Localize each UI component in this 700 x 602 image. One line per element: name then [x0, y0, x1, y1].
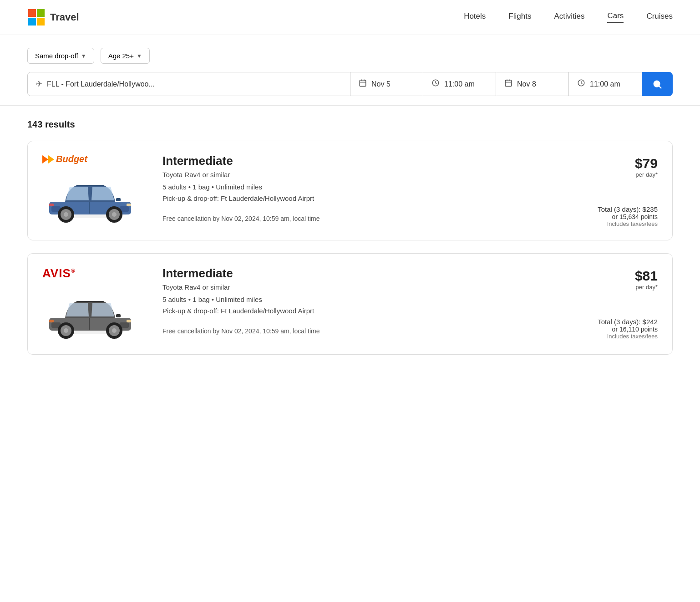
car-features-budget: 5 adults • 1 bag • Unlimited miles — [162, 183, 556, 191]
svg-rect-31 — [127, 204, 131, 206]
dropoff-time-value: 11:00 am — [590, 80, 620, 88]
car-type-budget: Intermediate — [162, 154, 556, 168]
age-label: Age 25+ — [108, 52, 134, 60]
svg-rect-1 — [37, 9, 45, 17]
logo-icon — [27, 8, 46, 26]
svg-rect-46 — [127, 320, 131, 322]
dropoff-arrow-icon: ▼ — [81, 53, 86, 59]
free-cancel-avis: Free cancellation by Nov 02, 2024, 10:59… — [162, 327, 556, 335]
results-section: 143 results Budget — [0, 115, 700, 386]
logo-text: Travel — [50, 11, 79, 23]
svg-marker-16 — [42, 155, 48, 163]
svg-rect-3 — [37, 18, 45, 26]
svg-rect-9 — [505, 80, 512, 87]
car-image-avis — [42, 287, 138, 342]
car-card-avis[interactable]: AVIS® — [27, 253, 673, 355]
svg-point-14 — [654, 81, 660, 87]
search-section: Same drop-off ▼ Age 25+ ▼ ✈ FLL - Fort L… — [0, 35, 700, 105]
car-location-budget: Pick-up & drop-off: Ft Lauderdale/Hollyw… — [162, 194, 556, 202]
calendar-pickup-icon — [359, 79, 367, 89]
same-dropoff-label: Same drop-off — [35, 52, 78, 60]
avis-logo: AVIS® — [42, 266, 76, 281]
search-button[interactable] — [642, 72, 673, 96]
card-right-avis: $81 per day* Total (3 days): $242 or 16,… — [567, 266, 658, 340]
car-type-avis: Intermediate — [162, 266, 556, 281]
avis-brand-text: AVIS® — [42, 266, 76, 280]
pickup-date-field[interactable]: Nov 5 — [350, 72, 423, 96]
svg-marker-17 — [48, 155, 54, 163]
svg-line-15 — [659, 86, 661, 88]
nav-cars[interactable]: Cars — [607, 11, 624, 23]
pickup-time-field[interactable]: 11:00 am — [423, 72, 496, 96]
budget-logo: Budget — [42, 154, 87, 164]
budget-flag-icon — [42, 155, 54, 163]
card-middle-avis: Intermediate Toyota Rav4 or similar 5 ad… — [152, 266, 567, 335]
filter-row: Same drop-off ▼ Age 25+ ▼ — [27, 48, 673, 64]
search-icon — [652, 79, 662, 89]
dropoff-time-field[interactable]: 11:00 am — [569, 72, 642, 96]
svg-rect-20 — [76, 185, 104, 186]
clock-pickup-icon — [431, 79, 440, 89]
age-filter-button[interactable]: Age 25+ ▼ — [101, 48, 150, 64]
per-day-avis: per day* — [567, 284, 658, 291]
svg-rect-45 — [116, 314, 121, 317]
car-card-budget[interactable]: Budget — [27, 141, 673, 240]
price-avis: $81 — [567, 268, 658, 284]
svg-point-25 — [64, 212, 68, 217]
svg-rect-47 — [49, 320, 54, 322]
nav-cruises[interactable]: Cruises — [646, 12, 673, 23]
same-dropoff-button[interactable]: Same drop-off ▼ — [27, 48, 94, 64]
main-nav: Hotels Flights Activities Cars Cruises — [464, 11, 673, 23]
car-location-avis: Pick-up & drop-off: Ft Lauderdale/Hollyw… — [162, 307, 556, 315]
plane-icon: ✈ — [36, 79, 42, 89]
budget-brand-text: Budget — [56, 154, 87, 164]
svg-point-40 — [64, 328, 68, 333]
clock-dropoff-icon — [577, 79, 585, 89]
total-section-avis: Total (3 days): $242 or 16,110 points In… — [567, 318, 658, 340]
pickup-date-value: Nov 5 — [371, 80, 391, 88]
points-line-budget: or 15,634 points — [567, 213, 658, 220]
card-right-budget: $79 per day* Total (3 days): $235 or 15,… — [567, 154, 658, 227]
includes-avis: Includes taxes/fees — [567, 333, 658, 340]
total-line-avis: Total (3 days): $242 — [567, 318, 658, 326]
car-image-budget — [42, 171, 138, 225]
age-arrow-icon: ▼ — [137, 53, 142, 59]
includes-budget: Includes taxes/fees — [567, 220, 658, 227]
svg-rect-0 — [28, 9, 36, 17]
nav-activities[interactable]: Activities — [554, 12, 584, 23]
card-middle-budget: Intermediate Toyota Rav4 or similar 5 ad… — [152, 154, 567, 222]
svg-rect-35 — [76, 301, 104, 302]
total-section-budget: Total (3 days): $235 or 15,634 points In… — [567, 205, 658, 227]
car-model-budget: Toyota Rav4 or similar — [162, 171, 556, 179]
total-line-budget: Total (3 days): $235 — [567, 205, 658, 213]
results-count: 143 results — [27, 119, 673, 130]
price-budget: $79 — [567, 156, 658, 171]
nav-flights[interactable]: Flights — [508, 12, 531, 23]
location-value: FLL - Fort Lauderdale/Hollywoo... — [47, 80, 155, 88]
card-left-budget: Budget — [42, 154, 142, 225]
car-features-avis: 5 adults • 1 bag • Unlimited miles — [162, 296, 556, 303]
calendar-dropoff-icon — [504, 79, 512, 89]
points-line-avis: or 16,110 points — [567, 326, 658, 333]
svg-point-43 — [112, 328, 117, 333]
dropoff-date-field[interactable]: Nov 8 — [496, 72, 569, 96]
car-model-avis: Toyota Rav4 or similar — [162, 283, 556, 291]
svg-rect-32 — [49, 204, 54, 206]
card-left-avis: AVIS® — [42, 266, 142, 342]
svg-rect-30 — [116, 198, 121, 201]
site-header: Travel Hotels Flights Activities Cars Cr… — [0, 0, 700, 35]
site-logo[interactable]: Travel — [27, 8, 79, 26]
svg-rect-2 — [28, 18, 36, 26]
svg-point-28 — [112, 212, 117, 217]
pickup-time-value: 11:00 am — [444, 80, 475, 88]
location-field[interactable]: ✈ FLL - Fort Lauderdale/Hollywoo... — [28, 72, 350, 96]
svg-rect-4 — [360, 80, 366, 87]
free-cancel-budget: Free cancellation by Nov 02, 2024, 10:59… — [162, 215, 556, 222]
dropoff-date-value: Nov 8 — [517, 80, 536, 88]
nav-hotels[interactable]: Hotels — [464, 12, 486, 23]
per-day-budget: per day* — [567, 171, 658, 178]
